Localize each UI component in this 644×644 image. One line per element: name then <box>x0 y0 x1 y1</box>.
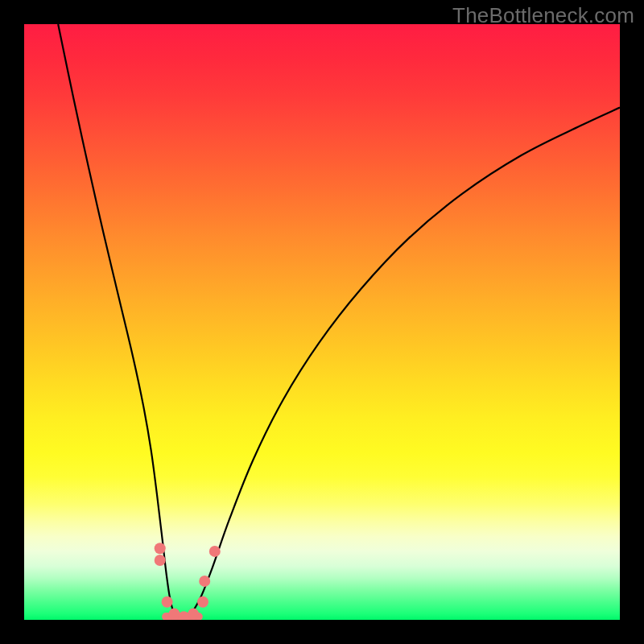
data-marker <box>162 597 173 608</box>
data-marker <box>188 609 199 620</box>
left-curve <box>58 24 180 620</box>
data-marker <box>197 597 208 608</box>
chart-frame: TheBottleneck.com <box>0 0 644 644</box>
data-marker <box>199 576 210 587</box>
data-marker <box>168 609 180 620</box>
watermark-text: TheBottleneck.com <box>452 3 634 28</box>
data-marker <box>155 543 166 554</box>
data-marker <box>178 611 189 620</box>
chart-svg <box>24 24 620 620</box>
data-marker <box>209 546 221 557</box>
data-marker <box>155 555 166 566</box>
right-curve <box>180 108 620 620</box>
